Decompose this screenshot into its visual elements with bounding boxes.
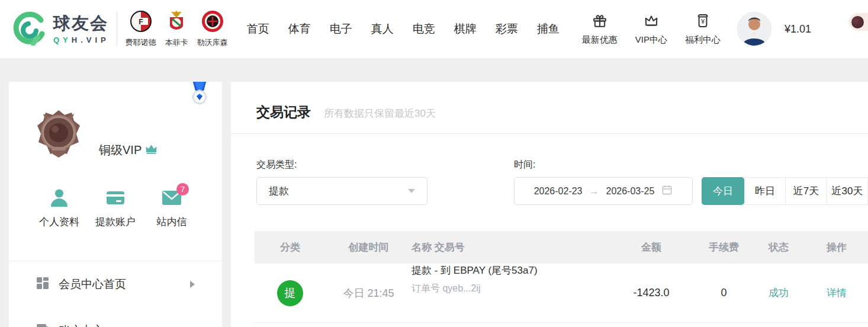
sidebar-item-account-center[interactable]: 账户中心 (9, 307, 222, 327)
partner-feyenoord[interactable]: F 费耶诺德 (126, 10, 156, 48)
table-header-row: 分类 创建时间 名称 交易号 金额 手续费 状态 操作 (255, 231, 868, 264)
promo-link[interactable]: 最新优惠 (582, 12, 618, 46)
nav-esports[interactable]: 电竞 (413, 21, 435, 37)
quick-link-label: 福利中心 (685, 34, 721, 46)
logo-swirl-icon (12, 10, 47, 48)
shortcut-label: 站内信 (157, 215, 187, 229)
wallet-balance[interactable]: ¥1.01 (785, 23, 811, 36)
nav-lottery[interactable]: 彩票 (496, 21, 518, 37)
gift-icon (591, 12, 608, 31)
partner-leverkusen[interactable]: 勒沃库森 (197, 10, 228, 48)
shortcut-label: 个人资料 (39, 215, 79, 229)
partner-benfica[interactable]: 本菲卡 (165, 10, 188, 48)
shortcut-label: 提款账户 (95, 215, 136, 229)
time-filter-label: 时间: (514, 159, 535, 171)
transactions-table: 分类 创建时间 名称 交易号 金额 手续费 状态 操作 提 今日 21:45 提… (255, 231, 868, 323)
title-divider (231, 133, 868, 134)
partner-label: 本菲卡 (165, 37, 188, 48)
partner-label: 费耶诺德 (126, 37, 156, 48)
nav-chess[interactable]: 棋牌 (454, 21, 477, 37)
inbox-shortcut[interactable]: 7 站内信 (146, 188, 197, 229)
vip-crown-icon (146, 143, 157, 157)
logo-subtitle: QYH.VIP (53, 36, 110, 44)
partner-label: 勒沃库森 (197, 37, 228, 48)
main-nav: 首页 体育 电子 真人 电竞 棋牌 彩票 捕鱼 (247, 21, 560, 37)
service-orb-icon (851, 16, 864, 28)
sidebar-item-member-home[interactable]: 会员中心首页 (9, 261, 222, 307)
nav-sports[interactable]: 体育 (288, 21, 311, 37)
status-badge: 成功 (752, 264, 805, 322)
range-yesterday-button[interactable]: 昨日 (744, 177, 786, 205)
chevron-down-icon (408, 189, 415, 193)
profile-shortcut[interactable]: 个人资料 (34, 188, 85, 229)
site-logo[interactable]: 球友会 QYH.VIP (12, 10, 110, 48)
nav-home[interactable]: 首页 (247, 21, 269, 37)
quick-range-group: 今日 昨日 近7天 近30天 (702, 177, 868, 205)
withdraw-category-badge: 提 (277, 280, 303, 306)
feyenoord-logo-icon: F (130, 10, 152, 35)
unread-count-badge: 7 (176, 183, 189, 195)
range-30days-button[interactable]: 近30天 (827, 177, 868, 205)
withdraw-account-shortcut[interactable]: 提款账户 (90, 188, 141, 229)
transaction-type-label: 交易类型: (256, 159, 297, 171)
fee-value: 0 (696, 264, 752, 322)
date-range-picker[interactable]: 2026-02-23 → 2026-03-25 (514, 177, 693, 205)
table-row: 提 今日 21:45 提款 - 到 EBPAY (尾号53a7) 订单号 qye… (255, 264, 868, 323)
svg-text:¥: ¥ (700, 18, 705, 25)
col-header-name: 名称 交易号 (412, 231, 607, 264)
quick-link-label: 最新优惠 (582, 34, 618, 46)
created-time: 今日 21:45 (326, 264, 412, 322)
grid-icon (36, 277, 49, 292)
top-header: 球友会 QYH.VIP F 费耶诺德 (0, 0, 868, 58)
diamond-medal-icon (189, 82, 210, 113)
col-header-created: 创建时间 (326, 231, 412, 264)
quick-links: 最新优惠 VIP中心 ¥ 福利中心 (582, 12, 721, 46)
nav-slots[interactable]: 电子 (330, 21, 352, 37)
transaction-type-select[interactable]: 提款 (256, 177, 427, 205)
crown-icon (643, 12, 660, 31)
page-title: 交易记录 (256, 103, 311, 121)
logo-title: 球友会 (53, 15, 110, 32)
calendar-icon (661, 184, 673, 198)
transaction-name: 提款 - 到 EBPAY (尾号53a7) (412, 264, 538, 277)
wallet-icon (36, 323, 49, 327)
leverkusen-logo-icon (201, 10, 224, 35)
col-header-category: 分类 (255, 231, 326, 264)
selected-type: 提款 (269, 184, 289, 198)
welfare-jar-icon: ¥ (695, 12, 711, 31)
nav-fishing[interactable]: 捕鱼 (537, 21, 560, 37)
welfare-center-link[interactable]: ¥ 福利中心 (685, 12, 721, 46)
chevron-right-icon (190, 281, 195, 288)
col-header-action: 操作 (805, 231, 868, 264)
col-header-amount: 金额 (607, 231, 696, 264)
bank-card-icon (105, 188, 126, 210)
vip-level-label: 铜级VIP (99, 142, 142, 158)
transaction-records-panel: 交易记录 所有数据只保留最近30天 交易类型: 提款 时间: 2026-02-2… (231, 82, 868, 327)
quick-link-label: VIP中心 (635, 34, 667, 46)
page-subtitle: 所有数据只保留最近30天 (324, 107, 436, 120)
svg-text:F: F (139, 18, 143, 26)
range-7days-button[interactable]: 近7天 (786, 177, 827, 205)
range-arrow-icon: → (590, 186, 599, 197)
nav-live[interactable]: 真人 (371, 21, 394, 37)
amount-value: -1423.0 (607, 264, 696, 322)
col-header-status: 状态 (752, 231, 805, 264)
user-icon (49, 188, 69, 210)
col-header-fee: 手续费 (696, 231, 752, 264)
floating-service-widget[interactable] (849, 13, 868, 31)
partner-logos: F 费耶诺德 本菲卡 (126, 10, 228, 48)
start-date[interactable]: 2026-02-23 (534, 186, 583, 197)
member-sidebar: 铜级VIP 个人资料 (9, 82, 222, 327)
range-today-button[interactable]: 今日 (702, 177, 744, 205)
details-link[interactable]: 详情 (827, 286, 847, 300)
user-avatar[interactable] (737, 12, 771, 46)
bronze-vip-badge (35, 109, 82, 162)
vip-center-link[interactable]: VIP中心 (635, 12, 667, 46)
header-divider (117, 12, 117, 46)
sidebar-item-label: 账户中心 (59, 323, 104, 327)
benfica-logo-icon (165, 10, 188, 35)
sidebar-item-label: 会员中心首页 (59, 277, 126, 292)
end-date[interactable]: 2026-03-25 (606, 186, 655, 197)
order-number: 订单号 qyeb...2ij (412, 283, 480, 295)
page-content: 铜级VIP 个人资料 (0, 58, 868, 327)
